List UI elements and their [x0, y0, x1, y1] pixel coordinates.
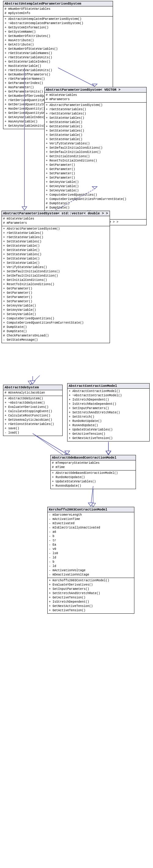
- svg-line-22: [33, 434, 67, 454]
- abstract-parameterised-double-box: AbstractParameterisedSystem< std::vector…: [2, 211, 110, 343]
- kerchoffs-title: Kerchoffs2003ContractionModel: [48, 507, 134, 512]
- diagram-container: AbstractUntemplatedParameterisedSystem #…: [0, 0, 153, 868]
- abstract-parameterised-vector-box: AbstractParameterisedSystem< VECTOR > # …: [44, 87, 147, 225]
- abstract-parameterised-double-title: AbstractParameterisedSystem< std::vector…: [2, 211, 110, 216]
- abstract-ode-based-contraction-box: AbstractOdeBasedContractionModel # mTemp…: [51, 455, 136, 489]
- abstract-untemplated-fields: # mNumberOfStateVariables # mpSystemInfo: [3, 6, 113, 17]
- abstract-untemplated-title: AbstractUntemplatedParameterisedSystem: [3, 1, 113, 6]
- svg-marker-27: [88, 503, 93, 506]
- kerchoffs-methods: + Kerchoffs2003ContractionModel() + Eval…: [48, 578, 134, 613]
- title-text5: AbstractContractionModel: [69, 384, 117, 388]
- title-text3: AbstractParameterisedSystem< std::vector…: [3, 212, 108, 215]
- apv-fields: # mStateVariables # mParameters: [44, 93, 146, 102]
- svg-marker-13: [91, 503, 96, 507]
- aos-fields: # mUseAnalyticJacobian: [3, 390, 62, 396]
- apd-methods: + AbstractParameterisedSystem() + rGetSt…: [2, 226, 110, 343]
- aos-methods: + AbstractOdeSystem() + ~AbstractOdeSyst…: [3, 396, 62, 436]
- kerchoffs-box: Kerchoffs2003ContractionModel - mSarcome…: [47, 507, 134, 614]
- svg-marker-7: [28, 381, 33, 385]
- title-text: AbstractUntemplatedParameterisedSystem: [5, 2, 81, 5]
- acm-methods: + AbstractContractionModel() + ~Abstract…: [67, 389, 149, 441]
- kerchoffs-fields: - mSarcomereLength - mActivationTime - m…: [48, 512, 134, 578]
- svg-line-6: [31, 375, 40, 385]
- abstract-ode-based-title: AbstractOdeBasedContractionModel: [51, 455, 135, 460]
- abstract-contraction-model-title: AbstractContractionModel: [67, 383, 149, 389]
- svg-marker-21: [30, 381, 35, 384]
- title-text2: AbstractParameterisedSystem< VECTOR >: [46, 88, 120, 92]
- abstract-contraction-model-box: AbstractContractionModel + AbstractContr…: [67, 383, 150, 441]
- abstract-parameterised-vector-title: AbstractParameterisedSystem< VECTOR >: [44, 87, 146, 93]
- svg-marker-11: [106, 451, 111, 455]
- aobcm-fields: # mTemporaryStateVariables # mTime: [51, 460, 135, 470]
- svg-marker-23: [65, 451, 70, 454]
- svg-marker-19: [22, 207, 27, 210]
- aobcm-methods: + AbstractOdeBasedContractionModel() + R…: [51, 470, 135, 489]
- abstract-ode-system-title: AbstractOdeSystem: [3, 385, 62, 390]
- apd-fields: # mStateVariables # mParameters: [2, 216, 110, 226]
- title-text7: Kerchoffs2003ContractionModel: [49, 508, 107, 512]
- title-text4: AbstractOdeSystem: [5, 385, 39, 389]
- title-text6: AbstractOdeBasedContractionModel: [52, 456, 116, 460]
- abstract-ode-system-box: AbstractOdeSystem # mUseAnalyticJacobian…: [3, 385, 63, 436]
- svg-line-8: [33, 434, 67, 458]
- apv-methods: + AbstractParameterisedSystem() + rGetSt…: [44, 102, 146, 219]
- svg-marker-25: [106, 451, 111, 454]
